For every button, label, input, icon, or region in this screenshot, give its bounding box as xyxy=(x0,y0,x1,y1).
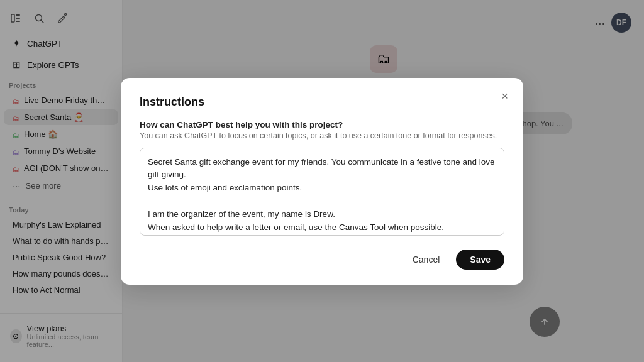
modal-actions: Cancel Save xyxy=(140,250,504,270)
modal-subtitle: You can ask ChatGPT to focus on certain … xyxy=(140,131,504,140)
instructions-textarea[interactable] xyxy=(140,148,504,236)
cancel-button[interactable]: Cancel xyxy=(402,250,450,270)
save-button[interactable]: Save xyxy=(456,250,504,270)
modal-overlay: Instructions × How can ChatGPT best help… xyxy=(0,0,644,362)
modal-question: How can ChatGPT best help you with this … xyxy=(140,120,504,129)
modal-close-button[interactable]: × xyxy=(499,88,511,104)
modal-title: Instructions xyxy=(140,96,504,109)
instructions-modal: Instructions × How can ChatGPT best help… xyxy=(121,78,523,285)
